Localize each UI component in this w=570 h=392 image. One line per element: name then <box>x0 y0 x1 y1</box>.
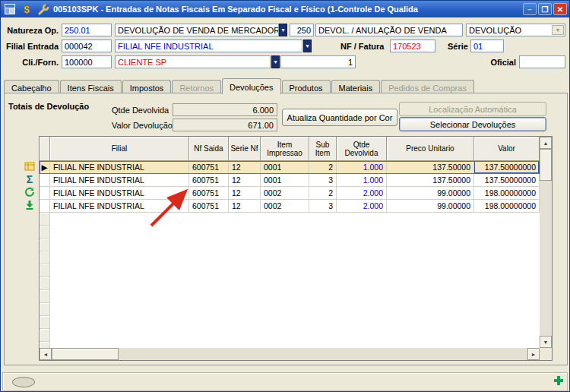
add-record-button[interactable] <box>552 375 565 389</box>
column-header-serie-nf[interactable]: Serie Nf <box>229 137 261 161</box>
money-icon[interactable]: $ <box>20 3 33 15</box>
grid-empty-row <box>40 290 540 303</box>
tab-cabecalho[interactable]: Cabeçalho <box>4 80 59 93</box>
row-selector-cell[interactable] <box>40 174 50 187</box>
grid-cell[interactable]: FILIAL NFE INDUSTRIAL <box>50 161 189 174</box>
cli-forn-code-field[interactable]: 100000 <box>62 55 112 68</box>
grid-row[interactable]: FILIAL NFE INDUSTRIAL60075112000232.0009… <box>40 200 540 213</box>
horizontal-scroll-thumb[interactable] <box>52 348 119 360</box>
grid-cell[interactable]: 12 <box>229 187 261 200</box>
grid-cell[interactable]: 99.00000 <box>387 200 474 213</box>
serie-field[interactable]: 01 <box>470 40 504 52</box>
grid-cell[interactable]: 2.000 <box>337 187 387 200</box>
cli-forn-desc-field[interactable]: CLIENTE SP <box>115 55 271 68</box>
filial-code-field[interactable]: 000042 <box>62 40 112 52</box>
grid-row[interactable]: FILIAL NFE INDUSTRIAL60075112000131.0001… <box>40 174 540 187</box>
sequencia-field[interactable]: 1 <box>280 55 356 68</box>
filial-desc-field[interactable]: FILIAL NFE INDUSTRIAL <box>115 40 302 52</box>
grid-cell[interactable]: 600751 <box>189 174 229 187</box>
tab-pedidos-de-compras: Pedidos de Compras <box>381 80 474 93</box>
filial-lookup-button[interactable]: ▾ <box>303 40 312 52</box>
grid-cell[interactable]: 137.50000000 <box>474 161 540 174</box>
grid-cell[interactable]: 1.000 <box>337 161 387 174</box>
column-header-sub-item[interactable]: Sub Item <box>309 137 337 161</box>
grid-cell[interactable]: FILIAL NFE INDUSTRIAL <box>50 200 189 213</box>
tab-impostos[interactable]: Impostos <box>122 80 172 93</box>
grid-row[interactable]: FILIAL NFE INDUSTRIAL60075112000222.0009… <box>40 187 540 200</box>
natureza-lookup-button[interactable]: ▾ <box>279 24 287 36</box>
oficial-field[interactable] <box>519 55 565 68</box>
row-indicator-cell[interactable]: ▶ <box>40 161 50 174</box>
grid-cell[interactable]: 0002 <box>261 200 309 213</box>
scroll-down-icon[interactable]: ▼ <box>540 336 552 348</box>
grid-cell[interactable]: 12 <box>229 174 261 187</box>
scroll-up-icon[interactable]: ▲ <box>540 137 552 149</box>
cfop-desc-field[interactable]: DEVOL. / ANULAÇÃO DE VENDA <box>315 24 463 36</box>
grid-cell[interactable]: 2 <box>309 187 337 200</box>
cfop-code-field[interactable]: 250 <box>290 24 314 36</box>
tab-itens-fiscais[interactable]: Itens Fiscais <box>60 80 122 93</box>
scrollbar-corner <box>540 348 552 360</box>
grid-toolbar: Σ <box>24 160 37 212</box>
status-lamp-icon <box>12 377 35 387</box>
grid-cell[interactable]: 198.00000000 <box>474 200 540 213</box>
tab-devolucoes[interactable]: Devoluções <box>222 78 280 94</box>
cli-forn-lookup-button[interactable]: ▾ <box>271 55 280 68</box>
scroll-left-icon[interactable]: ◄ <box>40 348 52 360</box>
grid-cell[interactable]: 0002 <box>261 187 309 200</box>
grid-cell[interactable]: 2 <box>309 161 337 174</box>
natureza-op-code-field[interactable]: 250.01 <box>62 24 112 36</box>
tab-materiais[interactable]: Materiais <box>331 80 381 93</box>
row-selector-cell[interactable] <box>40 187 50 200</box>
grid-cell[interactable]: 3 <box>309 200 337 213</box>
grid-cell[interactable]: 600751 <box>189 200 229 213</box>
grid-empty-row <box>40 316 540 329</box>
selecionar-devolucoes-button[interactable]: Selecionar Devoluções <box>399 117 546 131</box>
last-record-icon[interactable] <box>24 199 36 211</box>
grid-cell[interactable]: 1.000 <box>337 174 387 187</box>
titlebar: $ 005103SPK - Entradas de Notas Fiscais … <box>1 1 569 17</box>
column-header-qtde-devolvida[interactable]: Qtde Devolvida <box>337 137 387 161</box>
maximize-button[interactable]: ❐ <box>538 3 552 15</box>
plus-icon <box>553 375 565 390</box>
grid-cell[interactable]: 137.50000000 <box>474 174 540 187</box>
grid-cell[interactable]: 600751 <box>189 187 229 200</box>
wrench-icon[interactable] <box>36 3 50 15</box>
app-icon <box>3 3 17 15</box>
close-button[interactable]: ✕ <box>553 3 567 15</box>
column-header-filial[interactable]: Filial <box>50 137 189 161</box>
grid-cell[interactable]: 12 <box>229 200 261 213</box>
grid-cell[interactable]: 99.00000 <box>387 187 474 200</box>
grid-cell[interactable]: 12 <box>229 161 261 174</box>
grid-cell[interactable]: 137.50000 <box>387 174 474 187</box>
column-header-item-impressao[interactable]: Item Impressao <box>261 137 309 161</box>
sum-icon[interactable]: Σ <box>24 173 36 185</box>
row-selector-cell <box>40 277 50 290</box>
grid-row[interactable]: ▶FILIAL NFE INDUSTRIAL60075112000121.000… <box>40 161 540 174</box>
grid-cell[interactable]: 2.000 <box>337 200 387 213</box>
tipo-operacao-combo[interactable]: DEVOLUÇÃO ▼ <box>466 24 565 36</box>
column-header-valor[interactable]: Valor <box>474 137 540 161</box>
grid-empty-row <box>40 213 540 226</box>
minimize-button[interactable]: − <box>523 3 537 15</box>
grid-cell[interactable]: FILIAL NFE INDUSTRIAL <box>50 187 189 200</box>
grid-cell[interactable]: 600751 <box>189 161 229 174</box>
grid-cell[interactable]: 0001 <box>261 161 309 174</box>
grid-cell[interactable]: 198.00000000 <box>474 187 540 200</box>
nf-fatura-field[interactable]: 170523 <box>390 40 435 52</box>
grid-cell[interactable]: 137.50000 <box>387 161 474 174</box>
tab-produtos[interactable]: Produtos <box>282 80 331 93</box>
scroll-right-icon[interactable]: ► <box>527 348 540 360</box>
grid-config-icon[interactable] <box>24 160 36 172</box>
grid-cell[interactable]: FILIAL NFE INDUSTRIAL <box>50 174 189 187</box>
natureza-op-desc-field[interactable]: DEVOLUÇÃO DE VENDA DE MERCADORIA <box>115 24 279 36</box>
grid-empty-row <box>40 251 540 264</box>
column-header-preco-unitario[interactable]: Preco Unitario <box>387 137 474 161</box>
row-selector-cell[interactable] <box>40 200 50 213</box>
grid-cell[interactable]: 0001 <box>261 174 309 187</box>
vertical-scroll-thumb[interactable] <box>540 149 552 181</box>
column-header-nf-saida[interactable]: Nf Saida <box>189 137 229 161</box>
grid-cell[interactable]: 3 <box>309 174 337 187</box>
atualiza-quantidade-button[interactable]: Atualiza Quantidade por Cor <box>282 109 397 126</box>
refresh-grid-icon[interactable] <box>24 186 36 198</box>
